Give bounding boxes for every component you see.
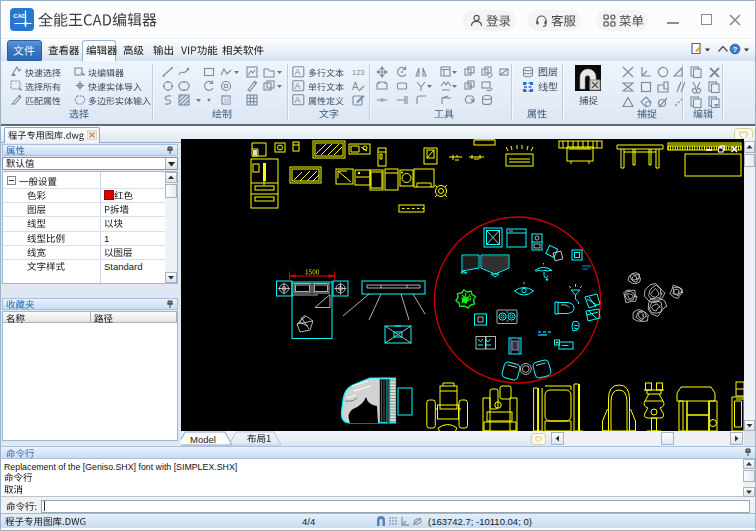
svg-text:?: ? (733, 45, 738, 54)
